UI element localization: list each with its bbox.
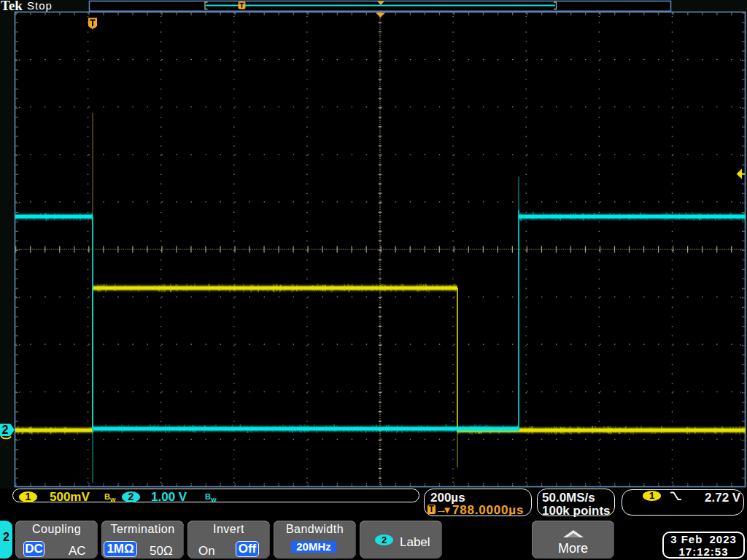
svg-text:Stop: Stop (27, 0, 53, 12)
svg-text:2: 2 (2, 424, 9, 436)
svg-text:Tek: Tek (1, 0, 23, 13)
